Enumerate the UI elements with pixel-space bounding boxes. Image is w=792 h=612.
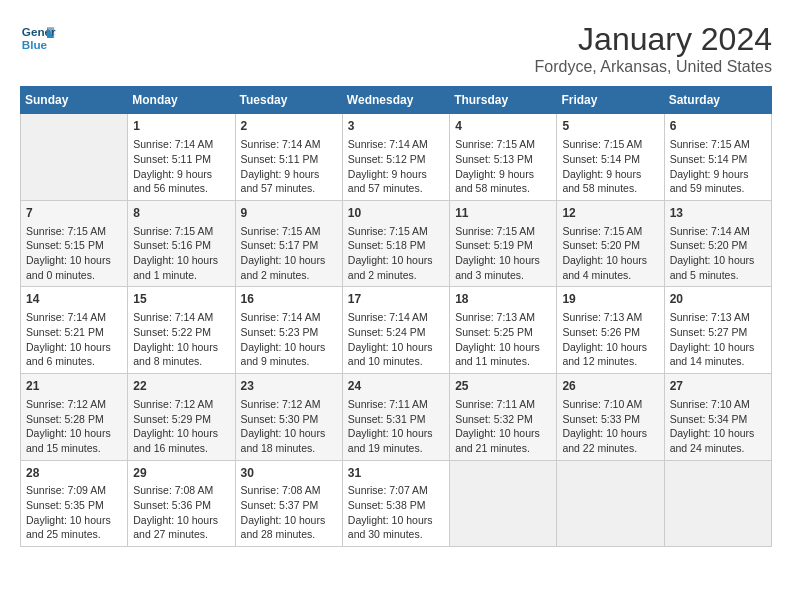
day-number: 23 xyxy=(241,378,337,395)
calendar-subtitle: Fordyce, Arkansas, United States xyxy=(535,58,772,76)
cell-text: and 2 minutes. xyxy=(348,268,444,283)
cell-text: and 57 minutes. xyxy=(241,181,337,196)
cell-text: Daylight: 9 hours xyxy=(241,167,337,182)
calendar-cell: 21Sunrise: 7:12 AMSunset: 5:28 PMDayligh… xyxy=(21,374,128,461)
cell-text: and 27 minutes. xyxy=(133,527,229,542)
day-number: 7 xyxy=(26,205,122,222)
cell-text: Sunrise: 7:10 AM xyxy=(670,397,766,412)
cell-text: Sunrise: 7:12 AM xyxy=(133,397,229,412)
cell-text: Daylight: 9 hours xyxy=(133,167,229,182)
week-row-3: 14Sunrise: 7:14 AMSunset: 5:21 PMDayligh… xyxy=(21,287,772,374)
cell-text: Sunrise: 7:11 AM xyxy=(455,397,551,412)
cell-text: and 58 minutes. xyxy=(562,181,658,196)
day-number: 2 xyxy=(241,118,337,135)
cell-text: Sunrise: 7:14 AM xyxy=(133,137,229,152)
calendar-cell: 22Sunrise: 7:12 AMSunset: 5:29 PMDayligh… xyxy=(128,374,235,461)
cell-text: Sunset: 5:16 PM xyxy=(133,238,229,253)
cell-text: Daylight: 10 hours xyxy=(133,426,229,441)
day-number: 9 xyxy=(241,205,337,222)
cell-text: and 11 minutes. xyxy=(455,354,551,369)
cell-text: Sunrise: 7:13 AM xyxy=(562,310,658,325)
day-number: 19 xyxy=(562,291,658,308)
calendar-cell: 27Sunrise: 7:10 AMSunset: 5:34 PMDayligh… xyxy=(664,374,771,461)
calendar-cell: 3Sunrise: 7:14 AMSunset: 5:12 PMDaylight… xyxy=(342,114,449,201)
day-number: 26 xyxy=(562,378,658,395)
day-number: 24 xyxy=(348,378,444,395)
cell-text: Daylight: 10 hours xyxy=(348,253,444,268)
day-number: 30 xyxy=(241,465,337,482)
cell-text: and 10 minutes. xyxy=(348,354,444,369)
cell-text: Daylight: 10 hours xyxy=(241,513,337,528)
calendar-cell xyxy=(664,460,771,547)
calendar-cell: 20Sunrise: 7:13 AMSunset: 5:27 PMDayligh… xyxy=(664,287,771,374)
logo: General Blue xyxy=(20,20,56,56)
week-row-1: 1Sunrise: 7:14 AMSunset: 5:11 PMDaylight… xyxy=(21,114,772,201)
cell-text: Sunset: 5:26 PM xyxy=(562,325,658,340)
calendar-cell: 13Sunrise: 7:14 AMSunset: 5:20 PMDayligh… xyxy=(664,200,771,287)
calendar-cell: 14Sunrise: 7:14 AMSunset: 5:21 PMDayligh… xyxy=(21,287,128,374)
calendar-cell: 5Sunrise: 7:15 AMSunset: 5:14 PMDaylight… xyxy=(557,114,664,201)
cell-text: and 8 minutes. xyxy=(133,354,229,369)
cell-text: Sunrise: 7:08 AM xyxy=(133,483,229,498)
cell-text: Daylight: 10 hours xyxy=(26,426,122,441)
header-day-saturday: Saturday xyxy=(664,87,771,114)
cell-text: and 4 minutes. xyxy=(562,268,658,283)
day-number: 31 xyxy=(348,465,444,482)
calendar-cell: 23Sunrise: 7:12 AMSunset: 5:30 PMDayligh… xyxy=(235,374,342,461)
title-block: January 2024 Fordyce, Arkansas, United S… xyxy=(535,20,772,76)
cell-text: Daylight: 10 hours xyxy=(348,426,444,441)
cell-text: Daylight: 10 hours xyxy=(670,340,766,355)
calendar-cell: 24Sunrise: 7:11 AMSunset: 5:31 PMDayligh… xyxy=(342,374,449,461)
cell-text: Sunset: 5:11 PM xyxy=(133,152,229,167)
calendar-cell: 30Sunrise: 7:08 AMSunset: 5:37 PMDayligh… xyxy=(235,460,342,547)
cell-text: and 1 minute. xyxy=(133,268,229,283)
cell-text: Sunset: 5:35 PM xyxy=(26,498,122,513)
cell-text: Sunrise: 7:15 AM xyxy=(562,224,658,239)
calendar-cell: 2Sunrise: 7:14 AMSunset: 5:11 PMDaylight… xyxy=(235,114,342,201)
cell-text: Sunset: 5:11 PM xyxy=(241,152,337,167)
cell-text: and 16 minutes. xyxy=(133,441,229,456)
calendar-cell: 25Sunrise: 7:11 AMSunset: 5:32 PMDayligh… xyxy=(450,374,557,461)
cell-text: Daylight: 10 hours xyxy=(133,513,229,528)
logo-icon: General Blue xyxy=(20,20,56,56)
cell-text: Sunset: 5:17 PM xyxy=(241,238,337,253)
day-number: 6 xyxy=(670,118,766,135)
cell-text: Daylight: 10 hours xyxy=(562,340,658,355)
cell-text: Sunset: 5:28 PM xyxy=(26,412,122,427)
cell-text: Daylight: 10 hours xyxy=(455,253,551,268)
day-number: 1 xyxy=(133,118,229,135)
cell-text: Daylight: 10 hours xyxy=(348,513,444,528)
cell-text: and 14 minutes. xyxy=(670,354,766,369)
cell-text: and 18 minutes. xyxy=(241,441,337,456)
cell-text: Daylight: 10 hours xyxy=(241,426,337,441)
header-day-monday: Monday xyxy=(128,87,235,114)
cell-text: Sunset: 5:15 PM xyxy=(26,238,122,253)
cell-text: and 57 minutes. xyxy=(348,181,444,196)
cell-text: Sunrise: 7:15 AM xyxy=(241,224,337,239)
cell-text: Sunset: 5:13 PM xyxy=(455,152,551,167)
cell-text: and 0 minutes. xyxy=(26,268,122,283)
cell-text: Sunrise: 7:15 AM xyxy=(133,224,229,239)
calendar-cell: 12Sunrise: 7:15 AMSunset: 5:20 PMDayligh… xyxy=(557,200,664,287)
calendar-cell: 1Sunrise: 7:14 AMSunset: 5:11 PMDaylight… xyxy=(128,114,235,201)
cell-text: Daylight: 10 hours xyxy=(455,426,551,441)
cell-text: and 5 minutes. xyxy=(670,268,766,283)
day-number: 4 xyxy=(455,118,551,135)
page-header: General Blue January 2024 Fordyce, Arkan… xyxy=(20,20,772,76)
day-number: 17 xyxy=(348,291,444,308)
cell-text: Sunrise: 7:15 AM xyxy=(562,137,658,152)
cell-text: and 21 minutes. xyxy=(455,441,551,456)
header-day-tuesday: Tuesday xyxy=(235,87,342,114)
cell-text: Sunrise: 7:15 AM xyxy=(348,224,444,239)
header-day-sunday: Sunday xyxy=(21,87,128,114)
cell-text: Daylight: 9 hours xyxy=(455,167,551,182)
cell-text: Sunrise: 7:15 AM xyxy=(26,224,122,239)
cell-text: Sunset: 5:27 PM xyxy=(670,325,766,340)
cell-text: Sunset: 5:29 PM xyxy=(133,412,229,427)
cell-text: Sunset: 5:21 PM xyxy=(26,325,122,340)
cell-text: Sunset: 5:34 PM xyxy=(670,412,766,427)
day-number: 28 xyxy=(26,465,122,482)
week-row-4: 21Sunrise: 7:12 AMSunset: 5:28 PMDayligh… xyxy=(21,374,772,461)
cell-text: Sunrise: 7:12 AM xyxy=(241,397,337,412)
cell-text: Sunrise: 7:14 AM xyxy=(670,224,766,239)
